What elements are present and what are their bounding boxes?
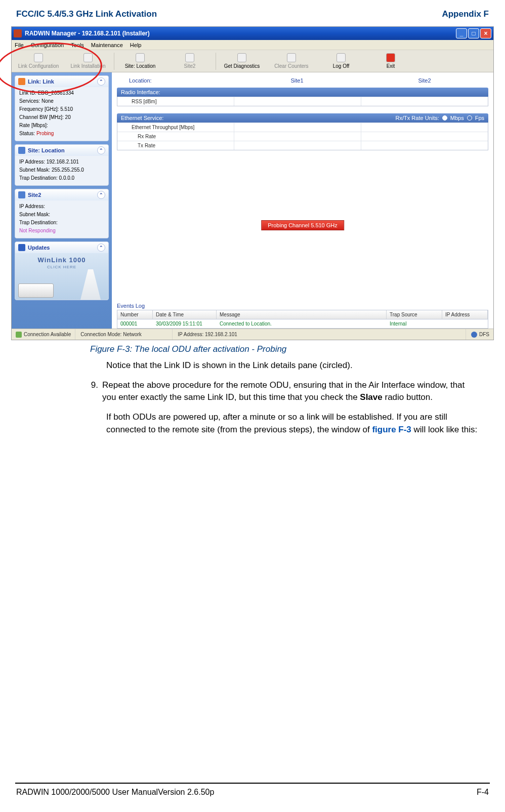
link-install-icon <box>83 53 93 62</box>
antenna-graphic <box>78 269 103 300</box>
figure-caption: Figure F-3: The local ODU after activati… <box>90 344 505 354</box>
chevron-up-icon[interactable]: ⌃ <box>97 191 105 199</box>
toolbar: Link Configuration Link Installation Sit… <box>12 50 493 72</box>
tool-link-configuration: Link Configuration <box>14 51 63 71</box>
status-ip: IP Address: 192.168.2.101 <box>174 329 466 340</box>
panel-link: Link: Link ⌃ Link ID: EBG_20561334 Servi… <box>15 75 109 141</box>
diagnostics-icon <box>237 53 246 62</box>
sidebar: Link: Link ⌃ Link ID: EBG_20561334 Servi… <box>12 72 112 329</box>
list-number-9: 9. <box>89 379 102 404</box>
ethernet-service-table: Ethernet Throughput [Mbps] Rx Rate Tx Ra… <box>117 123 488 150</box>
tool-log-off[interactable]: Log Off <box>316 51 366 71</box>
status-mode: Connection Mode: Network <box>76 329 173 340</box>
tool-exit[interactable]: Exit <box>366 51 415 71</box>
col-ip-address[interactable]: IP Address <box>442 310 488 319</box>
panel-site2-header[interactable]: Site2 ⌃ <box>15 189 108 200</box>
radwin-manager-window: RADWIN Manager - 192.168.2.101 (Installe… <box>11 26 494 340</box>
menu-tools[interactable]: Tools <box>71 42 84 48</box>
menu-file[interactable]: File <box>15 42 24 48</box>
statusbar: Connection Available Connection Mode: Ne… <box>12 329 493 340</box>
footer-page-number: F-4 <box>477 788 489 797</box>
clear-counters-icon <box>287 53 296 62</box>
chevron-up-icon[interactable]: ⌃ <box>97 243 105 252</box>
probing-banner: Probing Channel 5.510 GHz <box>261 220 344 230</box>
tool-link-installation: Link Installation <box>63 51 113 71</box>
site1-header: Site1 <box>233 77 361 84</box>
minimize-button[interactable]: _ <box>456 28 467 38</box>
dfs-icon <box>471 332 477 338</box>
status-dfs: DFS <box>467 329 493 340</box>
panel-link-header[interactable]: Link: Link ⌃ <box>15 76 108 87</box>
chevron-up-icon[interactable]: ⌃ <box>97 77 105 86</box>
col-number[interactable]: Number <box>117 310 153 319</box>
menubar: File Configuration Tools Maintenance Hel… <box>12 40 493 50</box>
radio-interface-table: RSS [dBm] <box>117 97 488 106</box>
panel-site-location-header[interactable]: Site: Location ⌃ <box>15 145 108 156</box>
log-off-icon <box>336 53 346 62</box>
updates-icon <box>18 244 25 251</box>
tool-site2: Site2 <box>165 51 215 71</box>
menu-help[interactable]: Help <box>130 42 142 48</box>
chevron-up-icon[interactable]: ⌃ <box>97 146 105 154</box>
connection-icon <box>16 332 22 338</box>
col-datetime[interactable]: Date & Time <box>153 310 217 319</box>
tool-get-diagnostics[interactable]: Get Diagnostics <box>217 51 267 71</box>
page-header: FCC/IC 5.4/5.3 GHz Link Activation Appen… <box>0 0 505 23</box>
site2-icon <box>185 53 194 62</box>
site-icon <box>18 191 25 198</box>
updates-advertisement[interactable]: WinLink 1000 CLICK HERE <box>15 253 108 300</box>
location-label: Location: <box>117 77 233 84</box>
header-section-title: FCC/IC 5.4/5.3 GHz Link Activation <box>16 9 157 19</box>
panel-site2: Site2 ⌃ IP Address: Subnet Mask: Trap De… <box>15 189 109 238</box>
footer-rule <box>15 783 490 784</box>
window-title: RADWIN Manager - 192.168.2.101 (Installe… <box>25 30 456 37</box>
page-footer: RADWIN 1000/2000/5000 User ManualVersion… <box>16 788 489 797</box>
main-content: Location: Site1 Site2 Radio Interface: R… <box>112 72 493 329</box>
menu-configuration[interactable]: Configuration <box>31 42 64 48</box>
panel-updates-header[interactable]: Updates ⌃ <box>15 242 108 253</box>
maximize-button[interactable]: □ <box>468 28 479 38</box>
events-row[interactable]: 000001 30/03/2009 15:11:01 Connected to … <box>117 319 488 328</box>
close-button[interactable]: × <box>480 28 491 38</box>
step-9-text: Repeat the above procedure for the remot… <box>102 379 480 404</box>
col-trap-source[interactable]: Trap Source <box>387 310 442 319</box>
paragraph-result: If both ODUs are powered up, after a min… <box>106 411 480 436</box>
events-log-table: Number Date & Time Message Trap Source I… <box>117 310 488 329</box>
link-icon <box>18 78 25 85</box>
link-config-icon <box>34 53 43 62</box>
status-connection: Connection Available <box>12 329 75 340</box>
events-log-label: Events Log <box>117 303 488 309</box>
device-graphic <box>18 283 54 298</box>
header-appendix: Appendix F <box>442 9 489 19</box>
site-location-icon <box>136 53 145 62</box>
tool-site-location[interactable]: Site: Location <box>115 51 165 71</box>
ethernet-service-header: Ethernet Service: Rx/Tx Rate Units: Mbps… <box>117 113 488 123</box>
paragraph-notice: Notice that the Link ID is shown in the … <box>106 359 480 372</box>
col-message[interactable]: Message <box>217 310 387 319</box>
menu-maintenance[interactable]: Maintenance <box>91 42 123 48</box>
panel-site-location: Site: Location ⌃ IP Address: 192.168.2.1… <box>15 144 109 186</box>
radio-fps[interactable] <box>467 115 472 120</box>
panel-updates: Updates ⌃ WinLink 1000 CLICK HERE <box>15 241 109 300</box>
app-icon <box>14 29 22 37</box>
figure-f3-link[interactable]: figure F-3 <box>372 425 411 434</box>
radio-interface-header: Radio Interface: <box>117 88 488 97</box>
footer-manual-version: RADWIN 1000/2000/5000 User ManualVersion… <box>16 788 214 797</box>
body-text: Notice that the Link ID is shown in the … <box>106 359 480 436</box>
site2-header: Site2 <box>361 77 488 84</box>
window-titlebar: RADWIN Manager - 192.168.2.101 (Installe… <box>12 27 493 40</box>
tool-clear-counters: Clear Counters <box>267 51 316 71</box>
radio-mbps[interactable] <box>442 115 447 120</box>
site-icon <box>18 147 25 154</box>
exit-icon <box>386 53 395 62</box>
